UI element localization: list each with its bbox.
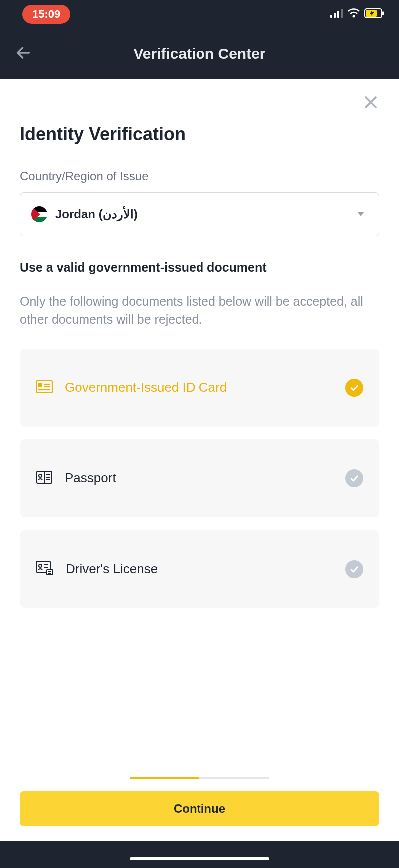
- country-field-label: Country/Region of Issue: [20, 169, 379, 183]
- doc-option-id-card[interactable]: Government-Issued ID Card: [20, 349, 379, 427]
- svg-rect-6: [382, 11, 384, 15]
- passport-icon: [36, 470, 53, 486]
- content-panel: Identity Verification Country/Region of …: [0, 79, 399, 841]
- close-icon[interactable]: [362, 94, 379, 113]
- back-arrow-icon[interactable]: [15, 44, 32, 63]
- check-circle-icon: [345, 379, 363, 397]
- svg-rect-3: [341, 9, 343, 18]
- home-indicator[interactable]: [130, 857, 269, 860]
- doc-label: Passport: [65, 470, 345, 486]
- svg-point-22: [39, 564, 42, 567]
- chevron-down-icon: [358, 212, 364, 216]
- svg-rect-12: [38, 383, 42, 387]
- country-value: Jordan (الأردن): [55, 207, 138, 221]
- doc-label: Driver's License: [66, 561, 345, 577]
- id-card-icon: [36, 380, 53, 395]
- page-title: Identity Verification: [20, 124, 379, 145]
- svg-rect-0: [330, 15, 332, 18]
- cellular-icon: [330, 9, 343, 20]
- bottom-chrome: [0, 841, 399, 868]
- drivers-license-icon: [36, 561, 54, 578]
- status-time-pill[interactable]: 15:09: [22, 5, 70, 24]
- svg-point-17: [39, 474, 42, 477]
- progress-fill: [130, 777, 200, 779]
- wifi-icon: [347, 8, 360, 20]
- check-circle-icon: [345, 469, 363, 487]
- country-select[interactable]: Jordan (الأردن): [20, 192, 379, 236]
- doc-option-drivers-license[interactable]: Driver's License: [20, 530, 379, 608]
- nav-title: Verification Center: [133, 45, 265, 62]
- jordan-flag-icon: [31, 206, 47, 222]
- battery-charging-icon: [364, 8, 384, 20]
- svg-point-4: [353, 15, 355, 18]
- document-section-title: Use a valid government-issued document: [20, 260, 379, 275]
- doc-option-passport[interactable]: Passport: [20, 439, 379, 517]
- status-bar: 15:09: [0, 0, 399, 29]
- footer: Continue: [0, 777, 399, 841]
- continue-button[interactable]: Continue: [20, 791, 379, 826]
- check-circle-icon: [345, 560, 363, 578]
- nav-bar: Verification Center: [0, 29, 399, 79]
- progress-empty: [200, 777, 269, 779]
- status-icons: [330, 8, 384, 20]
- doc-label: Government-Issued ID Card: [65, 380, 345, 395]
- progress-bar: [20, 777, 379, 779]
- svg-rect-1: [334, 13, 336, 18]
- svg-rect-2: [337, 11, 339, 18]
- document-section-desc: Only the following documents listed belo…: [20, 292, 379, 329]
